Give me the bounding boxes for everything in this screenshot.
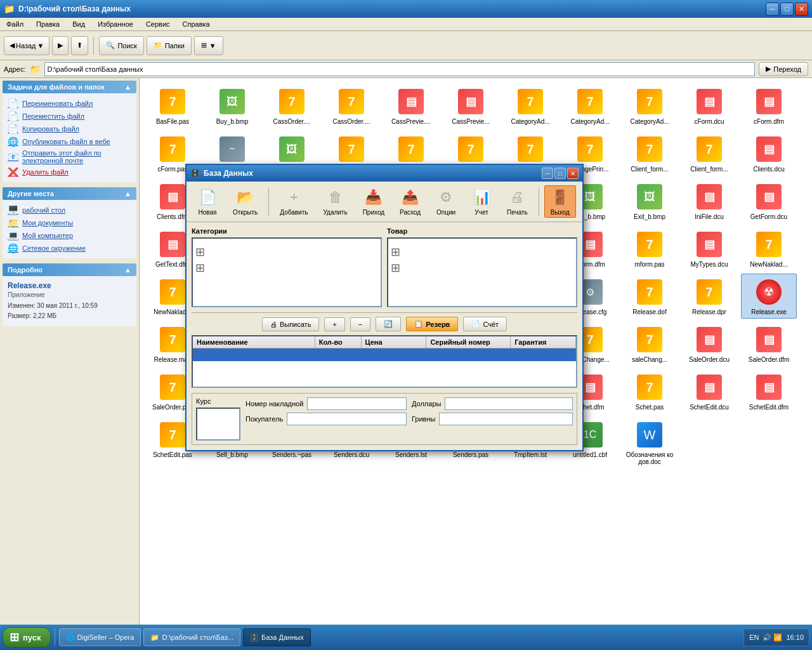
dollars-input[interactable]	[445, 397, 573, 410]
file-item[interactable]: 7 Release.dpr	[681, 274, 737, 319]
move-link[interactable]: 📄 Переместить файл	[8, 110, 131, 123]
taskbar-item-opera[interactable]: 🌐 DigiSeller – Opera	[59, 628, 141, 646]
delete-link[interactable]: ❌ Удалить файл	[8, 166, 131, 178]
plus-label: +	[332, 321, 336, 328]
hryvnia-input[interactable]	[439, 413, 573, 425]
details-header[interactable]: Подробно ▲	[3, 263, 136, 276]
up-button[interactable]: ⬆	[71, 36, 88, 55]
exit-button[interactable]: 🚪 Выход	[544, 185, 576, 218]
file-item[interactable]: 7 Schet.pas	[622, 369, 678, 414]
file-item[interactable]: ▤ SchetEdit.dcu	[681, 369, 737, 414]
print-button[interactable]: 🖨 Печать	[501, 185, 534, 218]
mycomputer-link[interactable]: 💻 Мой компьютер	[8, 229, 131, 242]
file-item[interactable]: 7 CategoryAd...	[562, 83, 618, 128]
opera-label: DigiSeller – Opera	[77, 633, 134, 641]
menu-file[interactable]: Файл	[3, 19, 27, 29]
new-db-button[interactable]: 📄 Новая	[192, 185, 223, 218]
close-button[interactable]: ✕	[795, 3, 808, 16]
folders-button[interactable]: 📁 Папки	[147, 36, 192, 55]
file-item[interactable]: 🖼 Exit_b.bmp	[622, 178, 678, 223]
rename-link[interactable]: 📄 Переименовать файл	[8, 97, 131, 110]
tasks-header[interactable]: Задачи для файлов и папок ▲	[3, 81, 136, 93]
file-item[interactable]: ▤ cForm.dfm	[741, 83, 797, 128]
go-arrow-icon: ▶	[766, 65, 771, 73]
dialog-minimize-button[interactable]: ─	[542, 168, 553, 179]
kurs-input[interactable]	[196, 408, 240, 441]
menu-view[interactable]: Вид	[69, 19, 89, 29]
open-db-button[interactable]: 📂 Открыть	[227, 185, 263, 218]
other-places-header[interactable]: Другие места ▲	[3, 187, 136, 200]
file-item[interactable]: 7 mform.pas	[622, 226, 678, 271]
mydocs-label: Мои документы	[22, 219, 73, 227]
plus-button[interactable]: +	[324, 317, 344, 331]
file-item[interactable]: ▤ Clients.dcu	[741, 131, 797, 176]
file-item[interactable]: ☢ Release.exe	[741, 274, 797, 319]
expense-button[interactable]: 📤 Расход	[394, 185, 426, 218]
file-item[interactable]: ▤ CassPrevie....	[383, 83, 439, 128]
copy-link[interactable]: 📄 Копировать файл	[8, 123, 131, 135]
goods-label: Товар	[387, 227, 577, 235]
back-button[interactable]: ◀ Назад ▼	[4, 36, 49, 55]
add-item-button[interactable]: + Добавить	[274, 185, 313, 218]
reserve-button[interactable]: 📋 Резерв	[406, 317, 458, 331]
email-link[interactable]: 📧 Отправить этот файл по электронной поч…	[8, 148, 131, 166]
file-item[interactable]: W Обозначения кодов.doc	[622, 416, 678, 468]
account-button[interactable]: 📊 Учет	[466, 185, 497, 218]
buyer-label: Покупатель	[246, 415, 283, 423]
file-item[interactable]: ▤ MyTypes.dcu	[681, 226, 737, 271]
file-item[interactable]: 7 CategoryAd...	[502, 83, 558, 128]
reset-button[interactable]: 🔄	[376, 317, 401, 331]
file-item[interactable]: ▤ SchetEdit.dfm	[741, 369, 797, 414]
buyer-input[interactable]	[287, 413, 407, 425]
file-item[interactable]: 7 Client_form...	[622, 131, 678, 176]
file-item[interactable]: 🖼 Buy_b.bmp	[204, 83, 260, 128]
categories-list[interactable]: ⊞ ⊞	[192, 237, 382, 307]
options-button[interactable]: ⚙ Опции	[430, 185, 462, 218]
goods-list[interactable]: ⊞ ⊞	[387, 237, 577, 307]
publish-link[interactable]: 🌐 Опубликовать файл в вебе	[8, 135, 131, 148]
menu-favorites[interactable]: Избранное	[94, 19, 137, 29]
menu-help[interactable]: Справка	[179, 19, 214, 29]
items-table[interactable]: Наименование Кол-во Цена Серийный номер …	[192, 335, 577, 388]
maximize-button[interactable]: □	[780, 3, 794, 16]
file-name: Schet.pas	[636, 404, 664, 411]
address-input[interactable]	[44, 62, 756, 76]
file-item[interactable]: 7 saleChang...	[622, 321, 678, 366]
file-item[interactable]: ▤ SaleOrder.dcu	[681, 321, 737, 366]
file-item[interactable]: 7 CategoryAd...	[622, 83, 678, 128]
file-item[interactable]: 7 Client_form...	[681, 131, 737, 176]
dialog-close-button[interactable]: ✕	[567, 168, 579, 179]
file-item[interactable]: ▤ GetForm.dcu	[741, 178, 797, 223]
invoice-button[interactable]: 📄 Счёт	[463, 317, 507, 331]
minus-button[interactable]: −	[350, 317, 370, 331]
invoice-num-input[interactable]	[307, 397, 407, 410]
file-item[interactable]: ▤ CassPrevie...	[443, 83, 499, 128]
menu-tools[interactable]: Сервис	[142, 19, 174, 29]
selected-row[interactable]	[193, 348, 576, 361]
taskbar-item-db[interactable]: 🗄️ База Данных	[243, 628, 311, 646]
minimize-button[interactable]: ─	[766, 3, 779, 16]
checkout-button[interactable]: 🖨 Выписать	[262, 317, 320, 331]
forward-button[interactable]: ▶	[52, 36, 69, 55]
start-button[interactable]: ⊞ пуск	[3, 627, 51, 647]
db-taskbar-icon: 🗄️	[250, 633, 259, 642]
taskbar-item-explorer[interactable]: 📁 D:\рабочий стол\Баз...	[143, 628, 240, 646]
file-item[interactable]: 7 Release.dof	[622, 274, 678, 319]
delete-item-button[interactable]: 🗑 Удалить	[317, 185, 353, 218]
views-button[interactable]: ⊞ ▼	[194, 36, 223, 55]
file-item[interactable]: 7 CassOrder....	[324, 83, 379, 128]
file-item[interactable]: 7 BasFile.pas	[145, 83, 200, 128]
income-button[interactable]: 📥 Приход	[357, 185, 390, 218]
file-item[interactable]: 7 CassOrder....	[264, 83, 320, 128]
desktop-link[interactable]: 🖥️ рабочий стол	[8, 204, 131, 216]
dialog-maximize-button[interactable]: □	[554, 168, 566, 179]
file-item[interactable]: ▤ cForm.dcu	[681, 83, 737, 128]
file-item[interactable]: 7 NewNaklad...	[741, 226, 797, 271]
network-link[interactable]: 🌐 Сетевое окружение	[8, 242, 131, 255]
file-item[interactable]: ▤ IniFile.dcu	[681, 178, 737, 223]
file-item[interactable]: ▤ SaleOrder.dfm	[741, 321, 797, 366]
go-button[interactable]: ▶ Переход	[759, 62, 808, 76]
menu-edit[interactable]: Правка	[32, 19, 63, 29]
search-button[interactable]: 🔍 Поиск	[99, 36, 143, 55]
mydocs-link[interactable]: 📁 Мои документы	[8, 216, 131, 229]
